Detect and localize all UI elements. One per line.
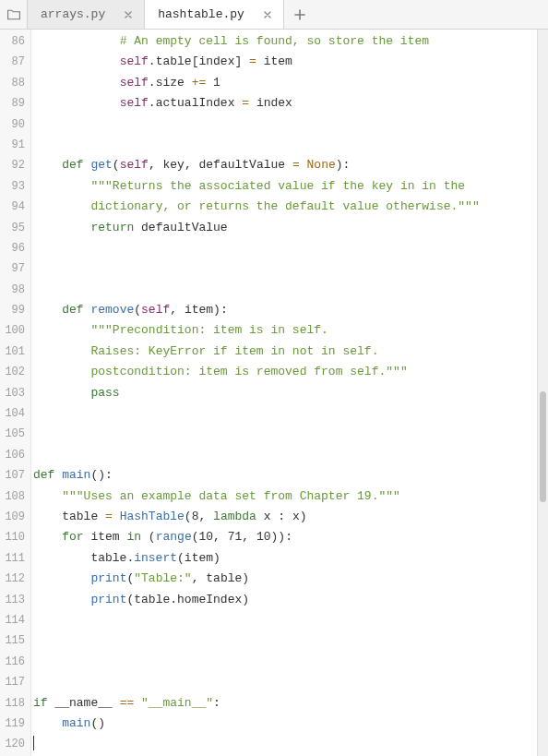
code-line[interactable] — [33, 734, 537, 754]
code-line[interactable] — [33, 114, 537, 135]
line-number: 116 — [0, 652, 30, 672]
code-line[interactable] — [33, 238, 537, 258]
code-line[interactable]: print(table.homeIndex) — [33, 590, 537, 610]
line-number: 88 — [0, 73, 30, 93]
line-number: 107 — [0, 465, 30, 486]
line-number: 117 — [0, 672, 30, 692]
line-number: 120 — [0, 734, 30, 754]
line-number: 94 — [0, 197, 30, 217]
code-line[interactable]: # An empty cell is found, so store the i… — [33, 31, 537, 52]
code-line[interactable]: self.size += 1 — [33, 73, 537, 93]
line-number: 89 — [0, 93, 30, 114]
line-number: 103 — [0, 383, 30, 403]
code-line[interactable]: main() — [33, 714, 537, 734]
text-cursor — [33, 736, 34, 750]
line-number: 111 — [0, 548, 30, 569]
code-line[interactable]: def main(): — [33, 465, 537, 486]
line-number: 87 — [0, 52, 30, 72]
line-number: 114 — [0, 610, 30, 630]
line-number: 109 — [0, 507, 30, 527]
code-line[interactable] — [33, 672, 537, 692]
code-line[interactable]: postcondition: item is removed from self… — [33, 362, 537, 382]
tab-hashtable-py[interactable]: hashtable.py — [145, 0, 284, 29]
code-line[interactable]: table.insert(item) — [33, 548, 537, 569]
line-number: 96 — [0, 238, 30, 258]
line-number: 106 — [0, 445, 30, 465]
line-number: 113 — [0, 590, 30, 610]
line-number: 104 — [0, 403, 30, 424]
line-number-gutter: 8687888990919293949596979899100101102103… — [0, 30, 31, 756]
code-line[interactable] — [33, 630, 537, 651]
new-tab-button[interactable] — [284, 0, 316, 29]
code-line[interactable] — [33, 135, 537, 155]
line-number: 98 — [0, 280, 30, 300]
code-line[interactable]: pass — [33, 383, 537, 403]
code-line[interactable]: self.table[index] = item — [33, 52, 537, 72]
line-number: 119 — [0, 714, 30, 734]
tab-bar: arrays.pyhashtable.py — [0, 0, 548, 30]
line-number: 115 — [0, 630, 30, 651]
code-area[interactable]: # An empty cell is found, so store the i… — [31, 30, 537, 756]
folder-icon — [6, 8, 21, 21]
code-line[interactable] — [33, 445, 537, 465]
line-number: 93 — [0, 176, 30, 197]
line-number: 95 — [0, 218, 30, 238]
open-folder-button[interactable] — [0, 0, 28, 29]
code-line[interactable]: """Precondition: item is in self. — [33, 320, 537, 341]
code-line[interactable]: return defaultValue — [33, 218, 537, 238]
line-number: 101 — [0, 342, 30, 362]
close-icon[interactable] — [122, 8, 135, 21]
code-line[interactable]: for item in (range(10, 71, 10)): — [33, 527, 537, 547]
code-line[interactable]: dictionary, or returns the default value… — [33, 197, 537, 217]
tab-label: hashtable.py — [158, 7, 244, 21]
close-icon[interactable] — [261, 8, 274, 21]
code-line[interactable]: def remove(self, item): — [33, 300, 537, 320]
line-number: 91 — [0, 135, 30, 155]
code-line[interactable] — [33, 403, 537, 424]
code-line[interactable] — [33, 610, 537, 630]
tab-arrays-py[interactable]: arrays.py — [28, 0, 145, 29]
code-line[interactable]: print("Table:", table) — [33, 569, 537, 589]
vertical-scrollbar[interactable] — [537, 30, 548, 756]
scrollbar-thumb[interactable] — [540, 391, 546, 502]
plus-icon — [293, 8, 306, 21]
code-line[interactable]: Raises: KeyError if item in not in self. — [33, 342, 537, 362]
line-number: 105 — [0, 424, 30, 444]
code-line[interactable] — [33, 424, 537, 444]
line-number: 102 — [0, 362, 30, 382]
code-line[interactable]: """Returns the associated value if the k… — [33, 176, 537, 197]
code-line[interactable]: """Uses an example data set from Chapter… — [33, 486, 537, 507]
line-number: 97 — [0, 258, 30, 279]
line-number: 110 — [0, 527, 30, 547]
code-line[interactable] — [33, 280, 537, 300]
line-number: 86 — [0, 31, 30, 52]
code-line[interactable] — [33, 258, 537, 279]
line-number: 92 — [0, 155, 30, 175]
line-number: 112 — [0, 569, 30, 589]
line-number: 108 — [0, 486, 30, 507]
tab-label: arrays.py — [41, 7, 105, 21]
code-line[interactable] — [33, 652, 537, 672]
code-line[interactable]: def get(self, key, defaultValue = None): — [33, 155, 537, 175]
line-number: 90 — [0, 114, 30, 135]
code-line[interactable]: table = HashTable(8, lambda x : x) — [33, 507, 537, 527]
editor[interactable]: 8687888990919293949596979899100101102103… — [0, 30, 548, 756]
code-line[interactable]: if __name__ == "__main__": — [33, 693, 537, 714]
line-number: 100 — [0, 320, 30, 341]
line-number: 99 — [0, 300, 30, 320]
line-number: 118 — [0, 693, 30, 714]
code-line[interactable]: self.actualIndex = index — [33, 93, 537, 114]
